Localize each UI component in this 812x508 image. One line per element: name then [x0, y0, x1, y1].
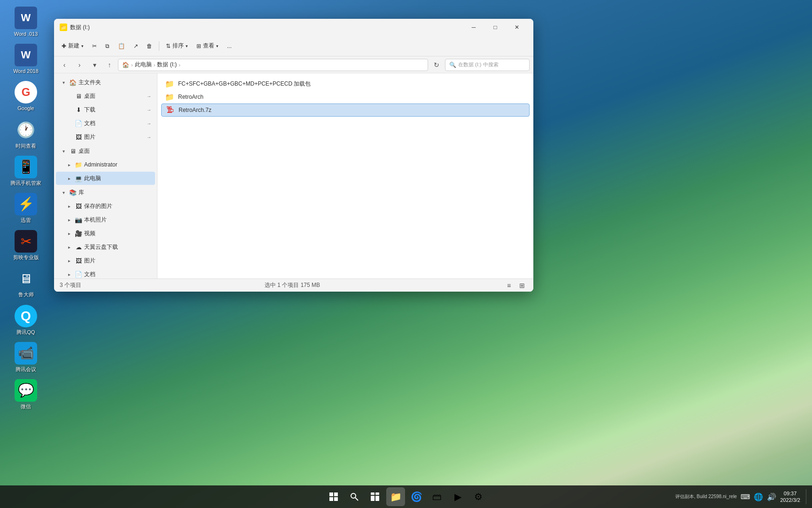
edge-icon: 🌀: [411, 491, 422, 502]
file-explorer-taskbar-icon: 📁: [390, 491, 402, 502]
minimize-button[interactable]: ─: [463, 20, 484, 35]
desktop-icon-wechat[interactable]: 💬 微信: [5, 376, 47, 413]
sort-button[interactable]: ⇅ 排序 ▾: [162, 40, 192, 52]
sidebar-item-video[interactable]: 🎥 视频: [56, 227, 155, 240]
svg-point-4: [351, 493, 356, 498]
desktop-icon-qq[interactable]: Q 腾讯QQ: [5, 302, 47, 338]
back-button[interactable]: ‹: [58, 58, 71, 71]
desktop-icon-benchmark[interactable]: 🖥 鲁大师: [5, 264, 47, 301]
desktop-icon-clock[interactable]: 🕐 时间查看: [5, 116, 47, 152]
delete-button[interactable]: 🗑: [143, 41, 156, 51]
sidebar-item-pictures2[interactable]: 🖼 图片: [56, 254, 155, 267]
search-box[interactable]: 🔍 在数据 (I:) 中搜索: [445, 59, 530, 71]
expand-administrator[interactable]: [65, 161, 73, 168]
new-label: 新建: [68, 42, 79, 50]
file-item-retroarch-folder[interactable]: 📁 RetroArch: [161, 90, 530, 103]
cut-button[interactable]: ✂: [88, 41, 101, 51]
sidebar-library-header[interactable]: 📚 库: [56, 186, 155, 199]
network-tray-icon[interactable]: 🌐: [754, 492, 763, 501]
sidebar-item-local-pics[interactable]: 📷 本机照片: [56, 213, 155, 226]
sys-tray-text: 评估副本, Build 22598.ni_rele: [675, 493, 737, 500]
sidebar-item-administrator[interactable]: 📁 Administrator: [56, 158, 155, 171]
paste-button[interactable]: 📋: [114, 41, 129, 51]
widgets-button[interactable]: 🗃: [428, 487, 446, 506]
expand-video[interactable]: [65, 230, 73, 237]
sidebar-item-download[interactable]: ⬇ 下载 →: [56, 103, 155, 116]
recent-button[interactable]: ▾: [88, 58, 101, 71]
expand-docs2[interactable]: [65, 270, 73, 278]
pictures2-icon: 🖼: [75, 257, 82, 264]
file-item-retroarch-7z[interactable]: 🗜 RetroArch.7z: [161, 103, 530, 117]
sidebar-item-saved-pics[interactable]: 🖼 保存的图片: [56, 199, 155, 213]
desktop-icon-videoeditor[interactable]: ✂ 剪映专业版: [5, 227, 47, 263]
sidebar-item-docs2[interactable]: 📄 文档: [56, 268, 155, 278]
sidebar-item-cloud-dl[interactable]: ☁ 天翼云盘下载: [56, 240, 155, 254]
sidebar-desktop-header[interactable]: 🖥 桌面: [56, 144, 155, 158]
grid-view-button[interactable]: ⊞: [516, 280, 528, 291]
up-button[interactable]: ↑: [103, 58, 116, 71]
folder-icon-fc: 📁: [165, 79, 174, 88]
address-path[interactable]: 🏠 › 此电脑 › 数据 (I:) ›: [118, 59, 428, 71]
delete-icon: 🗑: [147, 43, 152, 49]
expand-desktop-section[interactable]: [60, 147, 67, 155]
maximize-button[interactable]: □: [484, 20, 506, 35]
file-item-fc-pack[interactable]: 📁 FC+SFC+GBA+GB+GBC+MD+PCE+PCECD 加载包: [161, 77, 530, 90]
expand-this-pc[interactable]: [65, 175, 73, 182]
task-view-button[interactable]: [366, 487, 384, 506]
view-icon: ⊞: [196, 43, 201, 49]
library-label: 库: [78, 189, 151, 197]
desktop-icon-google-label: Google: [17, 105, 34, 111]
clock-display[interactable]: 09:37 2022/3/2: [780, 490, 800, 504]
search-taskbar-button[interactable]: [345, 487, 364, 506]
desktop-icon-thunder-label: 迅雷: [21, 217, 31, 223]
new-button[interactable]: ✚ 新建 ▾: [58, 40, 87, 52]
desktop-icon-meeting[interactable]: 📹 腾讯会议: [5, 339, 47, 375]
taskbar: 📁 🌀 🗃 ▶ ⚙ 评估副本, Build 22598.ni_rele ⌨ 🌐 …: [0, 485, 812, 508]
share-button[interactable]: ↗: [130, 41, 142, 51]
sidebar-item-this-pc[interactable]: 💻 此电脑: [56, 172, 155, 185]
docs1-label: 文档: [84, 119, 145, 127]
show-desktop-button[interactable]: [806, 489, 808, 504]
edge-button[interactable]: 🌀: [407, 487, 426, 506]
sidebar-item-pictures1[interactable]: 🖼 图片 →: [56, 130, 155, 143]
sidebar-desktop-section: 🖥 桌面 📁 Administrator 💻 此电脑: [54, 144, 157, 185]
view-button[interactable]: ⊞ 查看 ▾: [193, 40, 222, 52]
expand-cloud-dl[interactable]: [65, 243, 73, 251]
volume-icon[interactable]: 🔊: [767, 492, 776, 501]
status-right: ≡ ⊞: [503, 280, 528, 291]
cloud-dl-label: 天翼云盘下载: [84, 243, 151, 251]
sidebar-quick-access-header[interactable]: 🏠 主文件夹: [56, 76, 155, 89]
list-view-button[interactable]: ≡: [503, 280, 515, 291]
sidebar-item-docs1[interactable]: 📄 文档 →: [56, 117, 155, 130]
desktop-icon-word2[interactable]: W Word 2018: [5, 41, 47, 77]
desktop-icon-google[interactable]: G Google: [5, 78, 47, 114]
taskbar-right: 评估副本, Build 22598.ni_rele ⌨ 🌐 🔊 09:37 20…: [675, 489, 808, 504]
file-name-retroarch-7z: RetroArch.7z: [179, 107, 525, 113]
store-button[interactable]: ▶: [448, 487, 467, 506]
desktop-icon-word1[interactable]: W Word .013: [5, 4, 47, 40]
file-explorer-taskbar-button[interactable]: 📁: [386, 487, 405, 506]
expand-saved-pics[interactable]: [65, 202, 73, 210]
copy-button[interactable]: ⧉: [102, 41, 113, 51]
desktop-icon-phonemanager-label: 腾讯手机管家: [10, 180, 41, 186]
svg-line-5: [355, 498, 358, 500]
expand-library[interactable]: [60, 189, 67, 196]
forward-button[interactable]: ›: [73, 58, 86, 71]
close-button[interactable]: ✕: [506, 20, 528, 35]
desktop-icon-wechat-label: 微信: [21, 404, 31, 410]
refresh-button[interactable]: ↻: [430, 58, 443, 71]
desktop-icon-word1-label: Word .013: [14, 31, 38, 37]
more-button[interactable]: ...: [223, 41, 235, 51]
file-area[interactable]: 📁 FC+SFC+GBA+GB+GBC+MD+PCE+PCECD 加载包 📁 R…: [157, 73, 533, 278]
desktop-icon-thunder[interactable]: ⚡ 迅雷: [5, 190, 47, 226]
copy-icon: ⧉: [105, 43, 109, 49]
expand-quick-access[interactable]: [60, 79, 67, 86]
sidebar-library-section: 📚 库 🖼 保存的图片 📷 本机照片 🎥 视频: [54, 186, 157, 278]
sidebar-item-desktop1[interactable]: 🖥 桌面 →: [56, 89, 155, 103]
expand-pictures2[interactable]: [65, 257, 73, 264]
keyboard-icon[interactable]: ⌨: [741, 493, 750, 500]
start-button[interactable]: [324, 487, 343, 506]
desktop-icon-phonemanager[interactable]: 📱 腾讯手机管家: [5, 153, 47, 189]
expand-local-pics[interactable]: [65, 216, 73, 223]
settings-button[interactable]: ⚙: [469, 487, 488, 506]
